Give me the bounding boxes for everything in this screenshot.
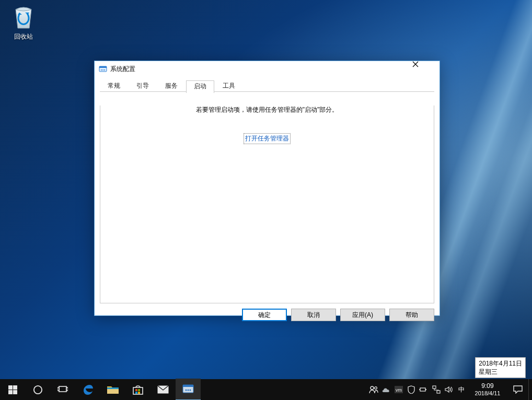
tab-startup[interactable]: 启动 xyxy=(186,80,214,93)
recycle-bin-label: 回收站 xyxy=(5,32,42,41)
svg-rect-13 xyxy=(107,389,119,394)
show-desktop-button[interactable] xyxy=(528,379,532,400)
circle-icon xyxy=(33,385,43,395)
svg-point-24 xyxy=(186,390,187,391)
startup-message: 若要管理启动项，请使用任务管理器的"启动"部分。 xyxy=(100,105,434,114)
taskbar-store[interactable] xyxy=(125,379,151,400)
clock-date: 2018/4/11 xyxy=(469,390,506,397)
recycle-bin-icon xyxy=(11,3,36,30)
tray-security[interactable] xyxy=(405,379,418,400)
svg-rect-8 xyxy=(13,390,17,394)
svg-point-4 xyxy=(104,69,105,70)
taskbar-clock[interactable]: 9:09 2018/4/11 xyxy=(468,379,507,400)
system-tray: vm xyxy=(367,379,468,400)
svg-rect-7 xyxy=(8,390,13,394)
svg-point-27 xyxy=(371,386,374,390)
edge-icon xyxy=(82,383,94,396)
cloud-icon xyxy=(381,386,391,393)
close-button[interactable] xyxy=(412,61,436,77)
notification-icon xyxy=(513,385,523,394)
ok-button[interactable]: 确定 xyxy=(242,309,287,321)
tray-onedrive[interactable] xyxy=(380,379,392,400)
svg-rect-34 xyxy=(437,391,440,393)
network-icon xyxy=(432,385,441,394)
store-icon xyxy=(132,384,144,395)
tab-tools[interactable]: 工具 xyxy=(215,80,243,92)
svg-rect-32 xyxy=(425,389,426,390)
tray-power[interactable] xyxy=(418,379,430,400)
svg-rect-10 xyxy=(59,386,66,392)
taskbar-edge[interactable] xyxy=(75,379,100,400)
svg-rect-1 xyxy=(99,66,107,68)
tab-boot[interactable]: 引导 xyxy=(129,80,157,92)
svg-rect-12 xyxy=(66,387,68,391)
windows-logo-icon xyxy=(8,385,17,394)
people-icon xyxy=(369,385,378,394)
taskbar-mail[interactable] xyxy=(151,379,176,400)
plug-icon xyxy=(419,386,429,393)
close-icon xyxy=(412,61,419,67)
svg-rect-5 xyxy=(8,385,13,390)
app-icon xyxy=(99,65,107,73)
task-view-icon xyxy=(57,385,68,394)
svg-rect-31 xyxy=(420,388,425,391)
svg-rect-19 xyxy=(138,392,140,394)
recycle-bin[interactable]: 回收站 xyxy=(5,3,42,41)
tab-general[interactable]: 常规 xyxy=(100,80,128,92)
tray-network[interactable] xyxy=(430,379,443,400)
taskbar-msconfig[interactable] xyxy=(176,379,201,400)
cancel-button[interactable]: 取消 xyxy=(291,309,336,321)
vm-icon: vm xyxy=(395,386,403,393)
tray-vmware[interactable]: vm xyxy=(392,379,405,400)
mail-icon xyxy=(157,385,169,394)
speaker-icon xyxy=(445,386,453,393)
svg-rect-18 xyxy=(135,392,137,394)
task-view-button[interactable] xyxy=(50,379,75,400)
cortana-button[interactable] xyxy=(25,379,50,400)
tray-people[interactable] xyxy=(367,379,380,400)
tray-volume[interactable] xyxy=(443,379,455,400)
tab-services[interactable]: 服务 xyxy=(157,80,186,92)
start-button[interactable] xyxy=(0,379,25,400)
open-task-manager-link[interactable]: 打开任务管理器 xyxy=(244,133,291,144)
clock-tooltip: 2018年4月11日 星期三 xyxy=(475,357,526,378)
svg-rect-16 xyxy=(135,389,137,391)
svg-point-9 xyxy=(33,385,41,393)
tray-ime[interactable]: 中 xyxy=(455,379,468,400)
apply-button[interactable]: 应用(A) xyxy=(340,309,385,321)
svg-point-28 xyxy=(375,387,377,390)
svg-point-26 xyxy=(190,390,191,391)
svg-rect-23 xyxy=(183,385,193,387)
svg-rect-11 xyxy=(57,387,59,391)
svg-rect-33 xyxy=(433,386,436,389)
tooltip-weekday: 星期三 xyxy=(479,368,522,376)
desktop: 回收站 系统配置 常规 引导 服务 启动 xyxy=(0,0,532,400)
svg-point-25 xyxy=(188,390,189,391)
svg-rect-14 xyxy=(107,387,119,389)
msconfig-window: 系统配置 常规 引导 服务 启动 工具 若要管理启动项，请使用任务管理器的"启动… xyxy=(94,61,440,316)
taskbar: vm xyxy=(0,379,532,400)
svg-point-2 xyxy=(101,69,102,70)
tab-strip: 常规 引导 服务 启动 工具 xyxy=(100,80,434,92)
dialog-button-row: 确定 取消 应用(A) 帮助 xyxy=(100,303,434,321)
taskbar-file-explorer[interactable] xyxy=(100,379,125,400)
clock-time: 9:09 xyxy=(469,382,506,390)
help-button[interactable]: 帮助 xyxy=(389,309,434,321)
action-center-button[interactable] xyxy=(507,379,528,400)
tooltip-date: 2018年4月11日 xyxy=(479,359,522,368)
titlebar[interactable]: 系统配置 xyxy=(95,61,440,77)
svg-rect-6 xyxy=(13,385,17,390)
svg-rect-17 xyxy=(138,389,140,391)
startup-tab-page: 若要管理启动项，请使用任务管理器的"启动"部分。 打开任务管理器 xyxy=(100,105,434,303)
msconfig-icon xyxy=(182,383,194,395)
shield-icon xyxy=(408,385,415,394)
svg-text:vm: vm xyxy=(396,387,402,393)
folder-icon xyxy=(107,384,119,395)
svg-point-3 xyxy=(102,69,103,70)
window-title: 系统配置 xyxy=(110,65,412,74)
